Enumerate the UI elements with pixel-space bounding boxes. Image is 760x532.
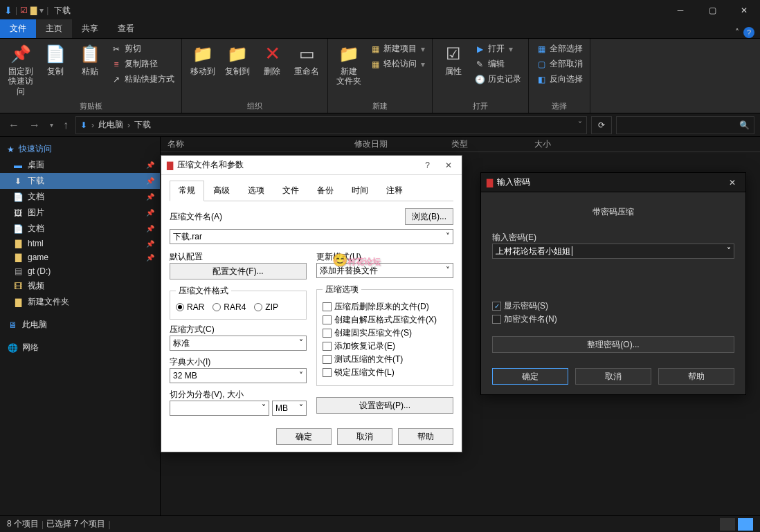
opt-solid-check[interactable]: 创建固实压缩文件(S) <box>323 327 447 339</box>
refresh-button[interactable]: ⟳ <box>591 116 612 134</box>
selectall-button[interactable]: ▦全部选择 <box>533 42 586 56</box>
paste-button[interactable]: 📋粘贴 <box>73 40 107 79</box>
col-type[interactable]: 类型 <box>444 138 527 150</box>
archive-tab-backup[interactable]: 备份 <box>308 181 343 201</box>
help-icon[interactable]: ? <box>743 27 754 38</box>
addr-dropdown-icon[interactable]: ˅ <box>578 120 582 130</box>
tab-home[interactable]: 主页 <box>36 19 72 38</box>
sidebar-item-downloads[interactable]: ⬇下载📌 <box>0 173 160 189</box>
archive-tab-general[interactable]: 常规 <box>170 181 204 201</box>
open-button[interactable]: ▶打开▾ <box>471 42 524 56</box>
qat-check-icon[interactable]: ☑ <box>20 6 28 15</box>
minimize-button[interactable]: ─ <box>664 0 696 21</box>
nav-forward-button[interactable]: → <box>26 119 43 131</box>
archive-cancel-button[interactable]: 取消 <box>337 428 392 445</box>
col-name[interactable]: 名称 <box>161 138 347 150</box>
opt-recovery-check[interactable]: 添加恢复记录(E) <box>323 340 447 352</box>
tab-view[interactable]: 查看 <box>108 19 144 38</box>
copyto-button[interactable]: 📁复制到 <box>221 40 254 79</box>
tab-file[interactable]: 文件 <box>0 19 36 38</box>
opt-delete-check[interactable]: 压缩后删除原来的文件(D) <box>323 301 447 313</box>
archive-tab-adv[interactable]: 高级 <box>204 181 239 201</box>
ribbon-collapse-icon[interactable]: ˄ <box>735 28 739 37</box>
nav-recent-button[interactable]: ▾ <box>47 121 56 129</box>
archive-tab-files[interactable]: 文件 <box>273 181 308 201</box>
fmt-rar4-radio[interactable]: RAR4 <box>212 302 246 312</box>
sidebar-item-newfolder[interactable]: ▇新建文件夹 <box>0 294 160 310</box>
sidebar-item-game[interactable]: ▇game📌 <box>0 250 160 264</box>
properties-button[interactable]: ☑属性 <box>437 40 470 79</box>
archive-tab-comment[interactable]: 注释 <box>377 181 412 201</box>
newitem-button[interactable]: ▦新建项目▾ <box>367 42 428 56</box>
opt-lock-check[interactable]: 锁定压缩文件(L) <box>323 367 447 378</box>
chevron-down-icon: ˅ <box>299 403 303 413</box>
archive-close-button[interactable]: ✕ <box>441 160 456 170</box>
archive-ok-button[interactable]: 确定 <box>276 428 332 445</box>
browse-button[interactable]: 浏览(B)... <box>405 208 453 225</box>
address-bar[interactable]: ⬇ › 此电脑 › 下载 ˅ <box>75 116 587 134</box>
method-select[interactable]: 标准˅ <box>170 336 307 351</box>
pin-button[interactable]: 📌固定到快速访问 <box>4 40 37 99</box>
sidebar-item-pictures[interactable]: 🖼图片📌 <box>0 205 160 221</box>
newfolder-button[interactable]: 📁新建 文件夹 <box>332 40 365 89</box>
qat-overflow-icon[interactable]: ▾ <box>39 6 44 15</box>
easyaccess-button[interactable]: ▦轻松访问▾ <box>367 57 428 71</box>
maximize-button[interactable]: ▢ <box>696 0 728 21</box>
split-input[interactable]: ˅ <box>170 401 269 416</box>
sidebar-network[interactable]: 🌐网络 <box>0 340 160 356</box>
opt-test-check[interactable]: 测试压缩的文件(T) <box>323 354 447 365</box>
fmt-zip-radio[interactable]: ZIP <box>254 302 278 312</box>
copy-button[interactable]: 📄复制 <box>39 40 72 79</box>
fmt-rar-radio[interactable]: RAR <box>176 302 204 312</box>
pw-close-button[interactable]: ✕ <box>725 178 740 187</box>
updatemode-select[interactable]: 添加并替换文件˅ <box>316 263 453 278</box>
rename-button[interactable]: ▭重命名 <box>290 40 323 79</box>
opt-sfx-check[interactable]: 创建自解压格式压缩文件(X) <box>323 314 447 326</box>
archive-help-button2[interactable]: 帮助 <box>398 428 453 445</box>
nav-back-button[interactable]: ← <box>6 119 22 131</box>
nav-up-button[interactable]: ↑ <box>60 119 71 131</box>
sidebar-item-gtd[interactable]: ▤gt (D:) <box>0 264 160 278</box>
filename-input[interactable]: 下载.rar˅ <box>170 229 453 244</box>
edit-button[interactable]: ✎编辑 <box>471 57 524 71</box>
sidebar-item-documents2[interactable]: 📄文档📌 <box>0 221 160 237</box>
dict-select[interactable]: 32 MB˅ <box>170 368 307 383</box>
archive-tab-options[interactable]: 选项 <box>239 181 273 201</box>
search-input[interactable]: 🔍 <box>616 116 754 134</box>
view-details-button[interactable] <box>720 518 735 531</box>
selectnone-button[interactable]: ▢全部取消 <box>533 57 586 71</box>
copypath-button[interactable]: ≡复制路径 <box>108 57 177 71</box>
sidebar-item-videos[interactable]: 🎞视频 <box>0 278 160 294</box>
view-large-button[interactable] <box>738 518 753 531</box>
split-unit-select[interactable]: MB˅ <box>272 401 307 416</box>
history-button[interactable]: 🕘历史记录 <box>471 72 524 86</box>
cut-button[interactable]: ✂剪切 <box>108 42 177 56</box>
sidebar-item-desktop[interactable]: ▬桌面📌 <box>0 157 160 173</box>
moveto-button[interactable]: 📁移动到 <box>186 40 219 79</box>
sidebar-item-documents[interactable]: 📄文档📌 <box>0 189 160 205</box>
pw-help-button[interactable]: 帮助 <box>658 368 734 385</box>
delete-button[interactable]: ✕删除 <box>255 40 289 79</box>
sidebar-item-html[interactable]: ▇html📌 <box>0 237 160 250</box>
addr-crumb1[interactable]: 此电脑 <box>98 119 123 131</box>
pw-show-check[interactable]: 显示密码(S) <box>492 300 734 312</box>
pw-encrypt-check[interactable]: 加密文件名(N) <box>492 313 734 325</box>
pasteshortcut-button[interactable]: ↗粘贴快捷方式 <box>108 72 177 86</box>
pw-ok-button[interactable]: 确定 <box>492 368 568 385</box>
pw-input[interactable]: 上村花论坛看小姐姐 ˅ <box>492 244 734 259</box>
archive-tab-time[interactable]: 时间 <box>343 181 377 201</box>
profiles-button[interactable]: 配置文件(F)... <box>170 263 307 279</box>
archive-help-button[interactable]: ? <box>421 160 434 170</box>
sidebar-thispc[interactable]: 🖥此电脑 <box>0 317 160 333</box>
qat-folder-icon[interactable]: ▇ <box>30 6 37 15</box>
col-size[interactable]: 大小 <box>527 138 583 150</box>
pw-organize-button[interactable]: 整理密码(O)... <box>492 336 734 353</box>
pw-cancel-button[interactable]: 取消 <box>575 368 651 385</box>
selectinv-button[interactable]: ◧反向选择 <box>533 72 586 86</box>
col-date[interactable]: 修改日期 <box>347 138 444 150</box>
addr-crumb2[interactable]: 下载 <box>134 119 151 131</box>
tab-share[interactable]: 共享 <box>72 19 108 38</box>
close-button[interactable]: ✕ <box>728 0 760 21</box>
sidebar-quickaccess[interactable]: ★快速访问 <box>0 141 160 157</box>
setpassword-button[interactable]: 设置密码(P)... <box>316 397 453 414</box>
